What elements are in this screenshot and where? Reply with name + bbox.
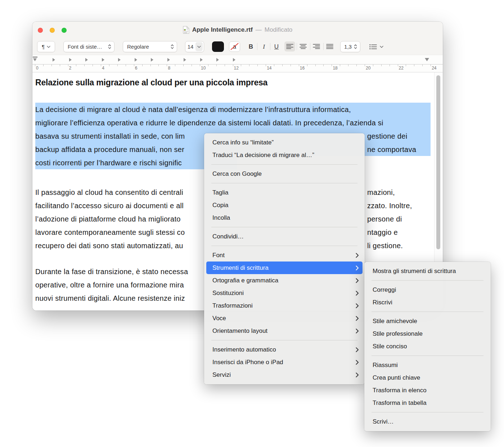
align-center-button[interactable] (298, 41, 309, 52)
tab-stop-marker[interactable] (200, 58, 203, 62)
ruler-number: 2 (69, 66, 72, 71)
context-menu-item-taglia[interactable]: Taglia (204, 186, 365, 199)
text-color-well[interactable] (212, 41, 224, 52)
chevron-right-icon (356, 291, 359, 296)
toolbar-divider (323, 43, 324, 50)
line-spacing-stepper[interactable]: 1,3 (340, 41, 360, 52)
title-separator: — (256, 26, 262, 33)
ruler-number: 4 (102, 66, 104, 71)
submenu-item-crea-punti-chiave[interactable]: Crea punti chiave (364, 371, 491, 384)
menu-item-label: Sostituzioni (212, 290, 244, 296)
menu-item-label: Riscrivi (373, 299, 392, 306)
context-menu-item-inserisci-da-iphone-o-ipad[interactable]: Inserisci da iPhone o iPad (204, 356, 365, 368)
tab-stop-marker[interactable] (135, 58, 137, 62)
menu-item-label: Voce (212, 315, 226, 322)
menu-item-label: Strumenti di scrittura (212, 264, 269, 271)
text-fragment-right: zzato. Inoltre, (367, 201, 412, 210)
text-fragment-left: costi ricorrenti per l’hardware e rischi… (35, 158, 182, 167)
writing-tools-submenu: Mostra gli strumenti di scritturaCorregg… (364, 262, 491, 431)
background-color-well[interactable]: a (229, 41, 240, 52)
context-menu-item-cerca-con-google[interactable]: Cerca con Google (204, 167, 365, 180)
font-size-select[interactable]: 14 (185, 41, 204, 52)
submenu-item-riscrivi[interactable]: Riscrivi (364, 296, 491, 309)
context-menu-item-voce[interactable]: Voce (204, 312, 365, 325)
text-fragment-left: La decisione di migrare al cloud è nata … (35, 105, 351, 113)
tab-stop-marker[interactable] (184, 58, 186, 62)
submenu-item-stile-amichevole[interactable]: Stile amichevole (364, 315, 491, 327)
scrollbar-thumb[interactable] (436, 75, 440, 249)
tab-stop-marker[interactable] (85, 58, 88, 62)
menu-item-label: Stile conciso (373, 343, 407, 350)
ruler[interactable]: 024681012141618202224 (32, 55, 443, 72)
right-indent-marker[interactable] (425, 58, 429, 61)
context-menu-item-condividi[interactable]: Condividi… (204, 230, 365, 243)
context-menu-item-orientamento-layout[interactable]: Orientamento layout (204, 325, 365, 337)
document-heading[interactable]: Relazione sulla migrazione al cloud per … (35, 78, 267, 88)
paragraph-styles-button[interactable]: ¶ (37, 41, 55, 52)
submenu-item-trasforma-in-elenco[interactable]: Trasforma in elenco (364, 384, 491, 397)
context-menu-item-sostituzioni[interactable]: Sostituzioni (204, 287, 365, 299)
underline-button[interactable]: U (272, 41, 281, 52)
tab-stop-marker[interactable] (53, 58, 55, 62)
submenu-item-trasforma-in-tabella[interactable]: Trasforma in tabella (364, 397, 491, 409)
ruler-number: 20 (366, 66, 370, 71)
chevron-down-icon (47, 46, 50, 48)
menu-item-label: Incolla (212, 214, 230, 221)
chevron-right-icon (356, 328, 359, 334)
tab-stop-marker[interactable] (151, 58, 153, 62)
tab-stop-marker[interactable] (118, 58, 121, 62)
tab-stop-marker[interactable] (102, 58, 104, 62)
ruler-ticks (35, 64, 431, 66)
font-style-value: Regolare (123, 44, 169, 50)
tab-stop-marker[interactable] (233, 58, 235, 62)
first-line-indent-marker[interactable] (33, 57, 37, 58)
format-toolbar: ¶ Font di siste… Regolare 14 a (32, 38, 443, 55)
context-menu-item-cerca-info-su-limitate[interactable]: Cerca info su “limitate” (204, 136, 365, 149)
list-style-button[interactable] (369, 41, 383, 52)
context-menu-item-servizi[interactable]: Servizi (204, 368, 365, 381)
menu-item-label: Cerca con Google (212, 170, 262, 177)
window-titlebar[interactable]: Apple Intelligence.rtf — Modificato (32, 22, 443, 38)
tab-stop-marker[interactable] (167, 58, 170, 62)
submenu-separator (372, 356, 483, 356)
align-right-button[interactable] (311, 41, 322, 52)
pilcrow-icon: ¶ (42, 44, 45, 50)
context-menu-item-copia[interactable]: Copia (204, 199, 365, 211)
text-line[interactable]: La decisione di migrare al cloud è nata … (35, 103, 431, 116)
context-menu-item-incolla[interactable]: Incolla (204, 211, 365, 224)
context-menu-item-inserimento-automatico[interactable]: Inserimento automatico (204, 343, 365, 356)
font-family-select[interactable]: Font di siste… (63, 41, 114, 52)
context-menu-item-traduci-la-decisione-di-migrare-al[interactable]: Traduci “La decisione di migrare al…” (204, 149, 365, 161)
context-menu-item-font[interactable]: Font (204, 249, 365, 262)
text-fragment-right: ne comportava (367, 145, 416, 153)
submenu-item-scrivi[interactable]: Scrivi… (364, 415, 491, 428)
tab-stop-marker[interactable] (216, 58, 219, 62)
submenu-item-mostra-gli-strumenti-di-scrittura[interactable]: Mostra gli strumenti di scrittura (364, 265, 491, 277)
text-fragment-right: ntaggio e (367, 228, 398, 236)
menu-item-label: Condividi… (212, 233, 244, 240)
text-fragment-left: basava su strumenti installati in sede, … (35, 132, 185, 140)
submenu-item-riassumi[interactable]: Riassumi (364, 359, 491, 371)
font-style-select[interactable]: Regolare (123, 41, 177, 52)
submenu-item-correggi[interactable]: Correggi (364, 283, 491, 296)
menu-item-label: Ortografia e grammatica (212, 277, 278, 284)
justify-button[interactable] (324, 41, 335, 52)
text-line[interactable]: migliorare l’efficienza operativa e ridu… (35, 116, 431, 129)
submenu-item-stile-conciso[interactable]: Stile conciso (364, 340, 491, 353)
chevron-right-icon (356, 303, 359, 308)
context-menu-item-ortografia-e-grammatica[interactable]: Ortografia e grammatica (204, 274, 365, 287)
align-left-button[interactable] (284, 41, 295, 52)
menu-item-label: Trasforma in elenco (373, 387, 427, 394)
menu-item-label: Riassumi (373, 362, 398, 368)
text-fragment-left: recupero dei dati sono stati automatizza… (35, 241, 183, 250)
tab-stop-marker[interactable] (69, 58, 72, 62)
ruler-number: 0 (36, 66, 39, 71)
context-menu-item-strumenti-di-scrittura[interactable]: Strumenti di scrittura (206, 262, 363, 274)
window-title: Apple Intelligence.rtf (192, 26, 253, 33)
context-menu-item-trasformazioni[interactable]: Trasformazioni (204, 299, 365, 312)
italic-button[interactable]: I (259, 41, 269, 52)
left-indent-marker[interactable] (33, 58, 37, 61)
bold-button[interactable]: B (246, 41, 256, 52)
menu-item-label: Orientamento layout (212, 327, 267, 334)
submenu-item-stile-professionale[interactable]: Stile professionale (364, 327, 491, 340)
